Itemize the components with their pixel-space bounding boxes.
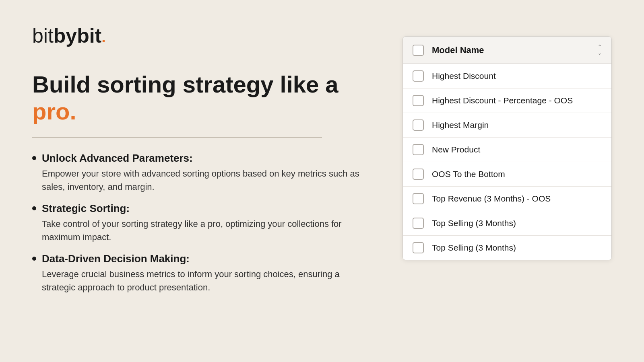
dropdown-item[interactable]: OOS To the Bottom	[403, 162, 611, 187]
item-checkbox[interactable]	[413, 193, 424, 204]
bullet-title: Data-Driven Decision Making:	[42, 253, 190, 265]
item-checkbox[interactable]	[413, 70, 424, 82]
dropdown-item[interactable]: Top Selling (3 Months)	[403, 211, 611, 236]
bullet-dot	[32, 257, 36, 261]
bullet-dot	[32, 156, 36, 160]
list-item: Unlock Advanced Parameters: Empower your…	[32, 152, 370, 193]
dropdown-item[interactable]: Highest Discount - Percentage - OOS	[403, 88, 611, 113]
item-label: Highest Margin	[432, 120, 489, 130]
dropdown-item[interactable]: Highest Margin	[403, 113, 611, 138]
item-label: Top Selling (3 Months)	[432, 243, 516, 253]
logo: bit by bit ●	[32, 24, 370, 47]
dropdown-item[interactable]: New Product	[403, 138, 611, 162]
item-checkbox[interactable]	[413, 119, 424, 131]
logo-bit2: bit	[77, 24, 101, 47]
bullet-title: Unlock Advanced Parameters:	[42, 152, 193, 165]
left-panel: bit by bit ● Build sorting strategy like…	[32, 24, 370, 294]
bullet-body: Leverage crucial business metrics to inf…	[42, 267, 370, 294]
bullet-list: Unlock Advanced Parameters: Empower your…	[32, 152, 370, 294]
item-checkbox[interactable]	[413, 169, 424, 180]
headline-section: Build sorting strategy like a pro.	[32, 72, 370, 125]
dropdown-item[interactable]: Top Revenue (3 Months) - OOS	[403, 187, 611, 211]
logo-by: by	[54, 24, 77, 47]
dropdown-item[interactable]: Highest Discount	[403, 64, 611, 88]
item-label: Top Revenue (3 Months) - OOS	[432, 194, 551, 204]
bullet-header: Unlock Advanced Parameters:	[32, 152, 370, 165]
header-checkbox[interactable]	[413, 45, 424, 56]
list-item: Strategic Sorting: Take control of your …	[32, 202, 370, 244]
bullet-title: Strategic Sorting:	[42, 202, 130, 215]
bullet-body: Empower your store with advanced sorting…	[42, 167, 370, 193]
dropdown-header[interactable]: Model Name ⌃ ⌄	[403, 37, 611, 64]
bullet-body: Take control of your sorting strategy li…	[42, 217, 370, 244]
bullet-header: Data-Driven Decision Making:	[32, 253, 370, 265]
dropdown-container: Model Name ⌃ ⌄ Highest Discount Highest …	[402, 36, 612, 260]
item-checkbox[interactable]	[413, 95, 424, 106]
dropdown-item[interactable]: Top Selling (3 Months)	[403, 236, 611, 260]
item-label: New Product	[432, 145, 480, 154]
page-container: bit by bit ● Build sorting strategy like…	[0, 0, 644, 362]
headline-line2: pro.	[32, 97, 370, 125]
sort-arrows-icon[interactable]: ⌃ ⌄	[598, 44, 602, 56]
right-panel: Model Name ⌃ ⌄ Highest Discount Highest …	[402, 36, 612, 260]
item-label: Highest Discount	[432, 71, 496, 81]
item-checkbox[interactable]	[413, 144, 424, 155]
item-checkbox[interactable]	[413, 242, 424, 253]
item-label: OOS To the Bottom	[432, 169, 505, 179]
bullet-dot	[32, 206, 36, 210]
headline-line1: Build sorting strategy like a	[32, 72, 370, 97]
item-label: Top Selling (3 Months)	[432, 218, 516, 228]
headline-divider	[32, 137, 322, 138]
logo-dot: ●	[102, 37, 105, 44]
list-item: Data-Driven Decision Making: Leverage cr…	[32, 253, 370, 294]
dropdown-header-label: Model Name	[432, 45, 590, 56]
logo-bit1: bit	[32, 24, 54, 47]
bullet-header: Strategic Sorting:	[32, 202, 370, 215]
item-label: Highest Discount - Percentage - OOS	[432, 96, 573, 105]
item-checkbox[interactable]	[413, 218, 424, 229]
